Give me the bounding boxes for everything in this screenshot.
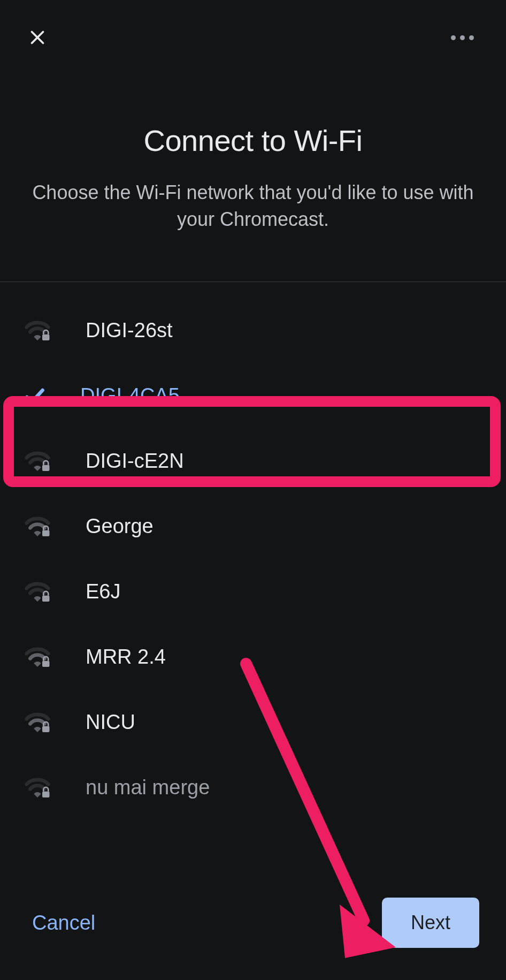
network-label: NICU: [86, 711, 135, 734]
svg-rect-4: [42, 530, 50, 536]
network-item[interactable]: DIGI-4CA5: [0, 363, 506, 429]
close-icon[interactable]: [27, 27, 48, 48]
svg-rect-5: [42, 596, 50, 602]
network-label: DIGI-4CA5: [80, 384, 180, 407]
network-label: George: [86, 515, 154, 538]
wifi-lock-icon: [21, 774, 53, 801]
wifi-lock-icon: [21, 513, 53, 540]
more-options-icon[interactable]: [446, 30, 479, 45]
wifi-lock-icon: [21, 644, 53, 671]
svg-rect-2: [42, 335, 50, 340]
network-label: MRR 2.4: [86, 645, 166, 668]
network-item[interactable]: MRR 2.4: [0, 625, 506, 690]
wifi-lock-icon: [21, 317, 53, 344]
network-list: DIGI-26st DIGI-4CA5 DIGI-cE2N George E6J…: [0, 282, 506, 821]
network-label: DIGI-26st: [86, 319, 173, 342]
svg-rect-7: [42, 726, 50, 732]
network-item[interactable]: nu mai merge: [0, 755, 506, 821]
network-item[interactable]: DIGI-cE2N: [0, 429, 506, 494]
network-item[interactable]: George: [0, 494, 506, 559]
network-item[interactable]: E6J: [0, 559, 506, 625]
network-item[interactable]: DIGI-26st: [0, 298, 506, 363]
wifi-lock-icon: [21, 448, 53, 475]
page-subtitle: Choose the Wi-Fi network that you'd like…: [32, 179, 474, 233]
svg-rect-6: [42, 661, 50, 667]
cancel-button[interactable]: Cancel: [27, 902, 101, 944]
network-item[interactable]: NICU: [0, 690, 506, 755]
wifi-lock-icon: [21, 709, 53, 736]
network-label: nu mai merge: [86, 776, 210, 799]
network-label: E6J: [86, 580, 120, 603]
svg-rect-8: [42, 792, 50, 797]
check-icon: [21, 383, 48, 409]
next-button[interactable]: Next: [382, 898, 479, 948]
wifi-lock-icon: [21, 579, 53, 605]
svg-rect-3: [42, 465, 50, 471]
page-title: Connect to Wi-Fi: [32, 123, 474, 158]
network-label: DIGI-cE2N: [86, 450, 184, 473]
